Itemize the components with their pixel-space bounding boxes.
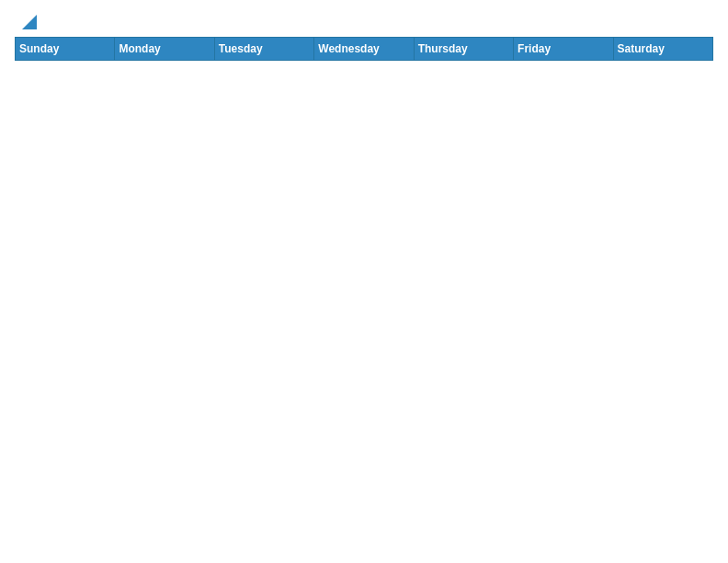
column-header-wednesday: Wednesday bbox=[314, 38, 414, 61]
column-header-thursday: Thursday bbox=[414, 38, 513, 61]
column-header-friday: Friday bbox=[514, 38, 613, 61]
calendar-table: SundayMondayTuesdayWednesdayThursdayFrid… bbox=[15, 37, 713, 61]
page-header bbox=[15, 15, 713, 28]
column-header-monday: Monday bbox=[115, 38, 214, 61]
column-header-saturday: Saturday bbox=[613, 38, 712, 61]
calendar-header-row: SundayMondayTuesdayWednesdayThursdayFrid… bbox=[16, 38, 713, 61]
svg-marker-0 bbox=[22, 15, 37, 29]
logo bbox=[15, 15, 37, 28]
logo-icon bbox=[17, 13, 37, 33]
column-header-tuesday: Tuesday bbox=[214, 38, 313, 61]
column-header-sunday: Sunday bbox=[16, 38, 115, 61]
